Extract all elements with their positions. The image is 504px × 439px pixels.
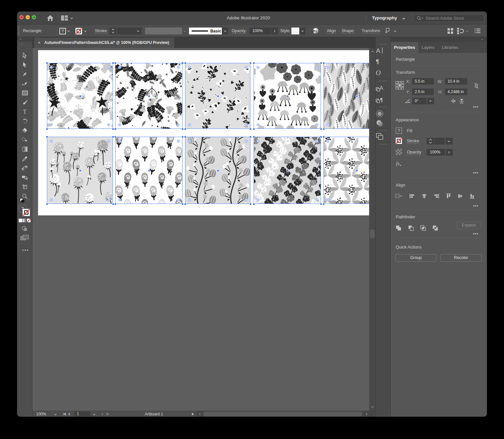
svg-text:A: A	[376, 47, 380, 54]
svg-text:¶: ¶	[376, 58, 379, 65]
svg-text:A: A	[380, 85, 383, 91]
svg-text:Basic: Basic	[210, 29, 221, 33]
svg-text:O: O	[376, 69, 381, 76]
svg-text:¶: ¶	[380, 97, 383, 103]
svg-text:T: T	[23, 109, 27, 115]
